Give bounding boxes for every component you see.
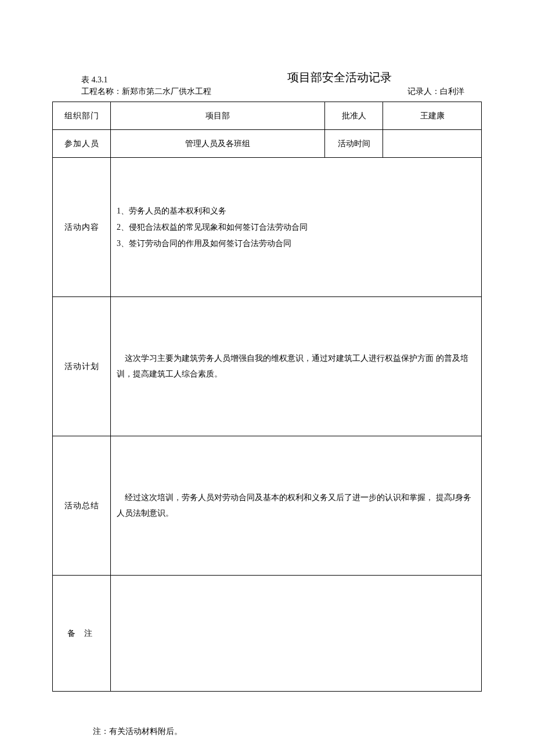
- participants-label: 参加人员: [53, 130, 111, 158]
- approver-label: 批准人: [325, 102, 383, 130]
- activity-summary-label: 活动总结: [53, 436, 111, 576]
- activity-plan-label: 活动计划: [53, 297, 111, 436]
- project-name: 工程名称：新郑市第二水厂供水工程: [81, 86, 211, 97]
- table-row: 活动计划 这次学习主要为建筑劳务人员增强自我的维权意识，通过对建筑工人进行权益保…: [53, 297, 482, 436]
- record-table: 组织部门 项目部 批准人 王建康 参加人员 管理人员及各班组 活动时间 活动内容…: [52, 102, 482, 692]
- meta-row: 工程名称：新郑市第二水厂供水工程 记录人：白利洋: [52, 86, 482, 97]
- activity-time-label: 活动时间: [325, 130, 383, 158]
- project-value: 新郑市第二水厂供水工程: [122, 87, 211, 96]
- table-row: 备 注: [53, 576, 482, 692]
- activity-summary-value: 经过这次培训，劳务人员对劳动合同及基本的权利和义务又后了进一步的认识和掌握， 提…: [111, 436, 482, 576]
- org-dept-label: 组织部门: [53, 102, 111, 130]
- header-row: 表 4.3.1 项目部安全活动记录: [52, 70, 482, 85]
- table-row: 参加人员 管理人员及各班组 活动时间: [53, 130, 482, 158]
- remark-value: [111, 576, 482, 692]
- summary-text: 经过这次培训，劳务人员对劳动合同及基本的权利和义务又后了进一步的认识和掌握， 提…: [117, 490, 475, 521]
- project-label: 工程名称：: [81, 87, 122, 96]
- recorder-value: 白利洋: [440, 87, 464, 96]
- participants-value: 管理人员及各班组: [111, 130, 325, 158]
- activity-plan-value: 这次学习主要为建筑劳务人员增强自我的维权意识，通过对建筑工人进行权益保护方面 的…: [111, 297, 482, 436]
- activity-content-label: 活动内容: [53, 158, 111, 297]
- page-title: 项目部安全活动记录: [197, 70, 482, 85]
- table-row: 组织部门 项目部 批准人 王建康: [53, 102, 482, 130]
- activity-time-value: [383, 130, 482, 158]
- recorder: 记录人：白利洋: [407, 86, 464, 97]
- plan-text: 这次学习主要为建筑劳务人员增强自我的维权意识，通过对建筑工人进行权益保护方面 的…: [117, 351, 475, 382]
- footer-note: 注：有关活动材料附后。: [93, 726, 482, 737]
- org-dept-value: 项目部: [111, 102, 325, 130]
- activity-content-value: 1、劳务人员的基本权利和义务 2、侵犯合法权益的常见现象和如何签订合法劳动合同 …: [111, 158, 482, 297]
- recorder-label: 记录人：: [407, 87, 440, 96]
- content-line-2: 2、侵犯合法权益的常见现象和如何签订合法劳动合同: [117, 219, 475, 236]
- content-line-1: 1、劳务人员的基本权利和义务: [117, 203, 475, 219]
- approver-value: 王建康: [383, 102, 482, 130]
- table-row: 活动总结 经过这次培训，劳务人员对劳动合同及基本的权利和义务又后了进一步的认识和…: [53, 436, 482, 576]
- remark-label: 备 注: [53, 576, 111, 692]
- table-row: 活动内容 1、劳务人员的基本权利和义务 2、侵犯合法权益的常见现象和如何签订合法…: [53, 158, 482, 297]
- content-line-3: 3、签订劳动合同的作用及如何签订合法劳动合同: [117, 236, 475, 252]
